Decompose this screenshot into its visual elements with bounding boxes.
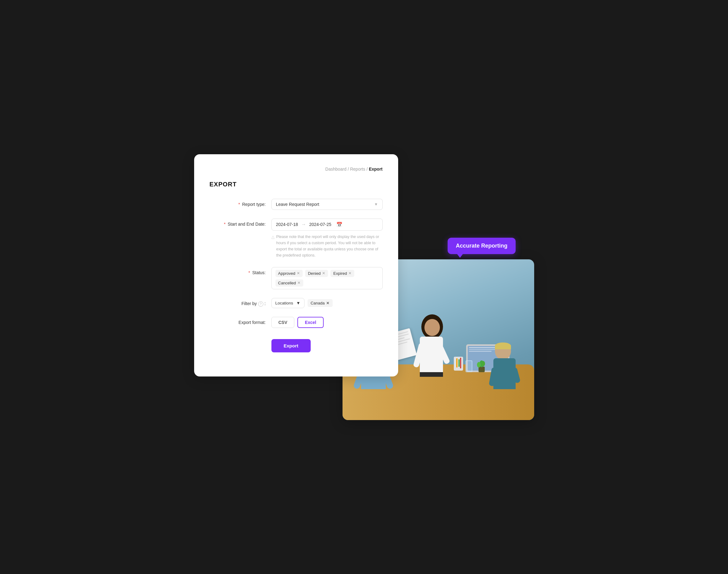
required-star-date: * [224, 221, 225, 227]
filter-by-field: Locations ▼ Canada ✕ [272, 298, 383, 308]
tag-cancelled-label: Cancelled [278, 281, 296, 285]
date-hint-text: Please note that the report will only di… [276, 234, 383, 258]
plant [479, 367, 485, 372]
tag-approved-label: Approved [278, 271, 295, 276]
filter-chevron-icon: ▼ [296, 301, 300, 305]
tag-approved: Approved ✕ [275, 270, 303, 277]
tag-denied: Denied ✕ [305, 270, 328, 277]
status-label: * Status: [210, 267, 272, 275]
filter-canada-label: Canada [311, 301, 325, 305]
tag-approved-close[interactable]: ✕ [297, 272, 300, 275]
date-hint: △ Please note that the report will only … [272, 234, 383, 258]
filter-by-label: Filter by ? : [210, 298, 272, 306]
filter-by-row: Filter by ? : Locations ▼ Canada ✕ [210, 298, 383, 308]
tag-cancelled: Cancelled ✕ [275, 279, 304, 287]
report-type-field: Leave Request Report ▼ [272, 199, 383, 210]
help-icon[interactable]: ? [258, 301, 264, 306]
report-type-value: Leave Request Report [276, 202, 319, 207]
filter-canada-close[interactable]: ✕ [326, 301, 329, 305]
scene: Dashboard / Reports / Export EXPORT * Re… [194, 154, 534, 420]
person-standing-1 [420, 314, 443, 377]
report-type-row: * Report type: Leave Request Report ▼ [210, 199, 383, 210]
filter-row: Locations ▼ Canada ✕ [272, 298, 383, 308]
export-format-label: Export format: [210, 317, 272, 325]
export-btn-spacer [210, 337, 272, 340]
pencil-cup [454, 357, 463, 371]
person-standing-2 [493, 342, 516, 389]
tag-expired: Expired ✕ [330, 270, 354, 277]
breadcrumb: Dashboard / Reports / Export [210, 167, 383, 171]
export-btn-field: Export [272, 337, 383, 353]
date-range-picker[interactable]: 2024-07-18 → 2024-07-25 📅 [272, 218, 383, 231]
breadcrumb-dashboard[interactable]: Dashboard [325, 167, 347, 171]
export-format-field: CSV Excel [272, 317, 383, 328]
filter-locations-dropdown[interactable]: Locations ▼ [272, 298, 305, 308]
arrow-icon: → [301, 221, 306, 227]
filter-canada-tag: Canada ✕ [308, 299, 333, 307]
warning-icon: △ [272, 234, 275, 258]
export-format-row: Export format: CSV Excel [210, 317, 383, 328]
form-card: Dashboard / Reports / Export EXPORT * Re… [194, 154, 398, 376]
required-star-status: * [248, 270, 250, 275]
excel-button[interactable]: Excel [297, 317, 324, 328]
chevron-down-icon: ▼ [374, 202, 378, 206]
tag-cancelled-close[interactable]: ✕ [297, 281, 300, 285]
breadcrumb-export: Export [369, 167, 382, 171]
csv-button[interactable]: CSV [272, 317, 295, 328]
reporting-bubble: Accurate Reporting [448, 238, 515, 254]
report-type-dropdown[interactable]: Leave Request Report ▼ [272, 199, 383, 210]
required-star: * [238, 202, 240, 207]
tag-denied-label: Denied [308, 271, 321, 276]
breadcrumb-sep2: / [366, 167, 369, 171]
date-range-field: 2024-07-18 → 2024-07-25 📅 △ Please note … [272, 218, 383, 258]
status-tags-container: Approved ✕ Denied ✕ Expired ✕ Cancelled … [272, 267, 383, 289]
date-range-label: * Start and End Date: [210, 218, 272, 227]
export-button[interactable]: Export [272, 339, 311, 353]
glass [466, 360, 472, 372]
tag-denied-close[interactable]: ✕ [322, 272, 325, 275]
page-title: EXPORT [210, 181, 383, 188]
export-button-row: Export [210, 337, 383, 353]
tag-expired-close[interactable]: ✕ [349, 272, 352, 275]
format-group: CSV Excel [272, 317, 383, 328]
filter-locations-value: Locations [275, 301, 293, 305]
status-row: * Status: Approved ✕ Denied ✕ Expired ✕ [210, 267, 383, 289]
reporting-bubble-text: Accurate Reporting [456, 243, 507, 249]
date-range-row: * Start and End Date: 2024-07-18 → 2024-… [210, 218, 383, 258]
breadcrumb-reports[interactable]: Reports [350, 167, 365, 171]
report-type-label: * Report type: [210, 199, 272, 207]
start-date: 2024-07-18 [276, 222, 298, 227]
tag-expired-label: Expired [333, 271, 347, 276]
status-field: Approved ✕ Denied ✕ Expired ✕ Cancelled … [272, 267, 383, 289]
end-date: 2024-07-25 [309, 222, 331, 227]
calendar-icon[interactable]: 📅 [336, 221, 342, 228]
